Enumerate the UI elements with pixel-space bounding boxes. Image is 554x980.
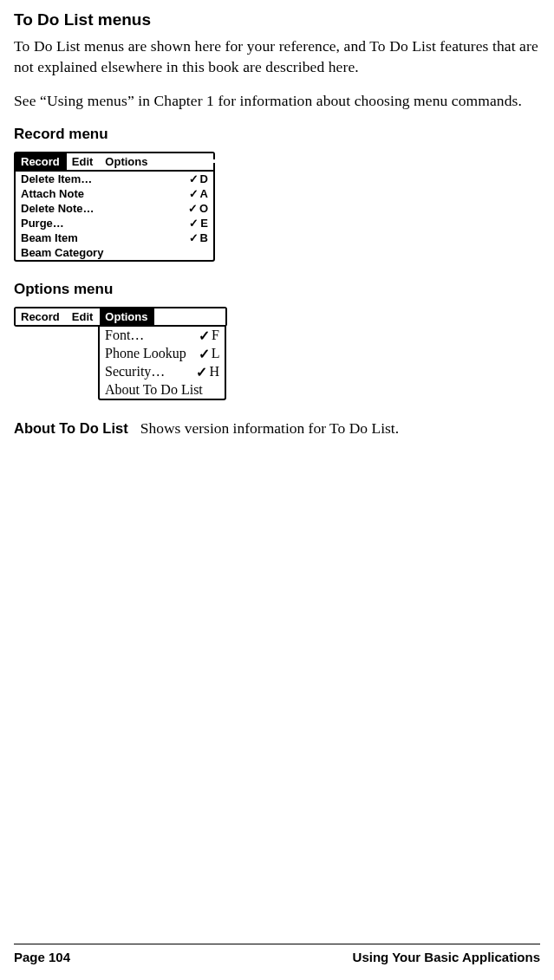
menu-bar-spacer — [154, 315, 225, 318]
menu-item-label: Beam Item — [21, 231, 78, 244]
record-menu-dropdown: Delete Item… ✓D Attach Note ✓A Delete No… — [16, 172, 213, 260]
options-menu-screenshot: Record Edit Options Font… ✓F Phone Looku… — [14, 307, 540, 400]
stroke-icon: ✓ — [199, 346, 210, 362]
heading-todo-list-menus: To Do List menus — [14, 10, 540, 29]
stroke-icon: ✓ — [189, 231, 199, 244]
record-menu-screenshot: Record Edit Options Delete Item… ✓D Atta… — [14, 152, 215, 262]
about-description-text: Shows version information for To Do List… — [140, 419, 399, 438]
menu-title-edit: Edit — [67, 153, 101, 170]
stroke-icon: ✓ — [189, 217, 199, 230]
menu-item-beam-item: Beam Item ✓B — [16, 230, 213, 245]
menu-item-label: About To Do List — [105, 382, 203, 398]
stroke-icon: ✓ — [189, 187, 199, 200]
footer-page-number: Page 104 — [14, 950, 70, 964]
menu-item-about-todo: About To Do List — [100, 381, 225, 399]
menu-title-edit: Edit — [67, 308, 101, 325]
menu-item-label: Font… — [105, 328, 144, 343]
menu-title-options: Options — [100, 153, 154, 170]
menu-item-label: Security… — [105, 364, 165, 380]
menu-title-record: Record — [16, 308, 67, 325]
menu-shortcut: ✓E — [189, 217, 208, 230]
menu-item-label: Attach Note — [21, 187, 84, 200]
menu-item-delete-note: Delete Note… ✓O — [16, 201, 213, 216]
record-menu-bar: Record Edit Options — [16, 153, 213, 172]
menu-shortcut: ✓B — [189, 231, 208, 244]
heading-record-menu: Record menu — [14, 126, 540, 143]
heading-options-menu: Options menu — [14, 281, 540, 298]
menu-item-label: Phone Lookup — [105, 346, 186, 361]
stroke-icon: ✓ — [189, 172, 199, 185]
menu-bar-spacer — [154, 159, 215, 163]
menu-item-attach-note: Attach Note ✓A — [16, 186, 213, 201]
page-footer: Page 104 Using Your Basic Applications — [14, 944, 540, 964]
menu-shortcut: ✓L — [199, 346, 220, 362]
footer-chapter-title: Using Your Basic Applications — [353, 950, 540, 964]
menu-shortcut: ✓A — [189, 187, 208, 200]
menu-item-label: Beam Category — [21, 246, 103, 259]
menu-shortcut: ✓F — [199, 328, 219, 344]
menu-item-delete-item: Delete Item… ✓D — [16, 172, 213, 186]
stroke-icon: ✓ — [188, 202, 198, 215]
options-menu-dropdown: Font… ✓F Phone Lookup ✓L Security… ✓H Ab… — [98, 325, 226, 400]
options-menu-bar: Record Edit Options — [16, 308, 225, 325]
menu-item-label: Delete Note… — [21, 202, 95, 215]
menu-item-font: Font… ✓F — [100, 327, 225, 345]
intro-paragraph-2: See “Using menus” in Chapter 1 for infor… — [14, 91, 540, 112]
menu-shortcut: ✓O — [188, 202, 208, 215]
menu-item-beam-category: Beam Category — [16, 245, 213, 260]
stroke-icon: ✓ — [199, 328, 210, 344]
options-menu-bar-box: Record Edit Options — [14, 307, 227, 327]
menu-item-label: Delete Item… — [21, 172, 92, 185]
menu-item-phone-lookup: Phone Lookup ✓L — [100, 345, 225, 363]
intro-paragraph-1: To Do List menus are shown here for your… — [14, 36, 540, 77]
menu-title-options: Options — [100, 308, 154, 325]
menu-item-security: Security… ✓H — [100, 363, 225, 381]
about-description-label: About To Do List — [14, 420, 128, 437]
menu-shortcut: ✓H — [196, 364, 219, 380]
stroke-icon: ✓ — [196, 364, 207, 380]
menu-shortcut: ✓D — [189, 172, 208, 185]
about-description-row: About To Do List Shows version informati… — [14, 419, 540, 438]
menu-item-purge: Purge… ✓E — [16, 216, 213, 230]
menu-title-record: Record — [16, 153, 67, 170]
menu-item-label: Purge… — [21, 217, 64, 230]
